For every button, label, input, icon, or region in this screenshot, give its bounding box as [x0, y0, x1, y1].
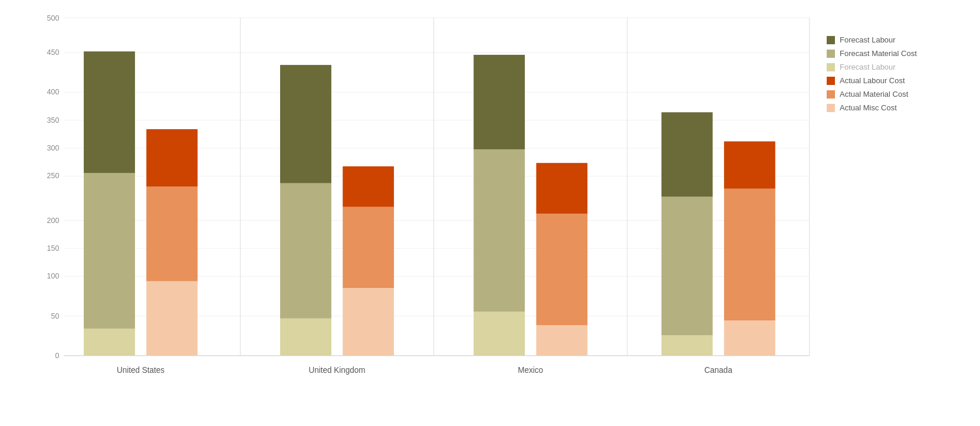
- legend-label-forecast-material-cost: Forecast Material Cost: [840, 49, 917, 58]
- svg-text:300: 300: [47, 144, 60, 152]
- legend-item-actual-misc-cost: Actual Misc Cost: [827, 103, 968, 112]
- mx-forecast-labour-light: [473, 312, 525, 355]
- legend-label-forecast-labour: Forecast Labour: [840, 35, 896, 44]
- actual-labour-cost-swatch: [827, 77, 835, 85]
- ca-forecast-material: [662, 196, 713, 335]
- chart-container: 0 50 100 150 200 250 300 350 400 450 500: [0, 0, 980, 426]
- forecast-labour-light-swatch: [827, 63, 835, 71]
- chart-area: 0 50 100 150 200 250 300 350 400 450 500: [0, 0, 821, 426]
- us-forecast-labour-light: [84, 329, 135, 356]
- actual-material-cost-swatch: [827, 90, 835, 99]
- mx-forecast-material: [473, 149, 525, 312]
- us-label: United States: [117, 366, 165, 375]
- uk-actual-labour: [343, 166, 394, 207]
- legend-item-forecast-labour: Forecast Labour: [827, 35, 968, 44]
- legend-label-actual-labour-cost: Actual Labour Cost: [840, 76, 905, 85]
- svg-text:200: 200: [47, 216, 60, 224]
- us-actual-labour: [146, 129, 198, 186]
- mx-actual-misc: [536, 325, 587, 356]
- svg-text:0: 0: [55, 352, 60, 360]
- svg-text:100: 100: [47, 272, 60, 280]
- legend-label-forecast-labour-light: Forecast Labour: [840, 63, 896, 71]
- forecast-material-cost-swatch: [827, 50, 835, 58]
- us-forecast-material: [84, 173, 135, 329]
- uk-forecast-material: [280, 183, 331, 319]
- svg-text:250: 250: [47, 172, 60, 180]
- uk-label: United Kingdom: [309, 366, 366, 375]
- actual-misc-cost-swatch: [827, 104, 835, 112]
- chart-svg: 0 50 100 150 200 250 300 350 400 450 500: [35, 12, 821, 391]
- svg-text:500: 500: [47, 14, 60, 22]
- legend-area: Forecast Labour Forecast Material Cost F…: [821, 0, 980, 426]
- svg-text:450: 450: [47, 48, 60, 57]
- mx-label: Mexico: [518, 366, 543, 375]
- forecast-labour-swatch: [827, 36, 835, 44]
- ca-forecast-labour-light: [662, 335, 713, 355]
- us-actual-misc: [146, 281, 198, 356]
- svg-text:400: 400: [47, 88, 60, 96]
- ca-label: Canada: [705, 366, 733, 375]
- uk-forecast-labour-light: [280, 319, 331, 356]
- ca-actual-material: [724, 189, 775, 320]
- ca-actual-misc: [724, 320, 775, 356]
- ca-actual-labour: [724, 142, 775, 189]
- legend-label-actual-misc-cost: Actual Misc Cost: [840, 103, 897, 112]
- legend-item-forecast-labour-light: Forecast Labour: [827, 63, 968, 71]
- ca-forecast-labour: [662, 112, 713, 196]
- uk-forecast-labour: [280, 65, 331, 183]
- svg-text:150: 150: [47, 244, 60, 253]
- legend-item-actual-material-cost: Actual Material Cost: [827, 90, 968, 99]
- us-actual-material: [146, 186, 198, 281]
- us-forecast-labour: [84, 51, 135, 173]
- svg-text:50: 50: [51, 312, 60, 320]
- legend-label-actual-material-cost: Actual Material Cost: [840, 90, 908, 99]
- legend-item-actual-labour-cost: Actual Labour Cost: [827, 76, 968, 85]
- uk-actual-misc: [343, 288, 394, 356]
- legend-item-forecast-material-cost: Forecast Material Cost: [827, 49, 968, 58]
- mx-actual-labour: [536, 163, 587, 214]
- mx-forecast-labour: [473, 55, 525, 149]
- uk-actual-material: [343, 207, 394, 288]
- mx-actual-material: [536, 214, 587, 325]
- svg-text:350: 350: [47, 116, 60, 124]
